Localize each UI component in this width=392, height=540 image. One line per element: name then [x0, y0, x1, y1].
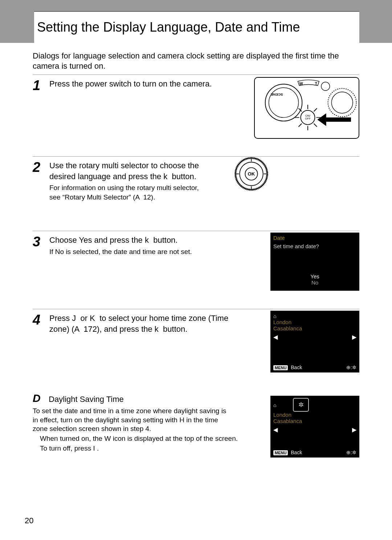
svg-point-20: [321, 82, 330, 90]
step-3-number: 3: [33, 235, 43, 249]
camera-top-illustration: SCENE ON/ OFF: [254, 77, 359, 139]
svg-point-2: [269, 88, 299, 117]
step-3-sub: If No is selected, the date and time are…: [49, 247, 231, 257]
page-title: Setting the Display Language, Date and T…: [34, 11, 359, 43]
lcd-date-no: No: [270, 279, 359, 286]
svg-text:W: W: [299, 81, 303, 86]
lcd-tz2-arrows: ◀ ▶: [273, 426, 356, 433]
content: Dialogs for language selection and camer…: [33, 47, 359, 522]
svg-text:OFF: OFF: [305, 117, 311, 120]
lcd-tz2-city2: Casablanca: [273, 418, 356, 424]
step-1-text: Press the power switch to turn on the ca…: [49, 79, 212, 88]
note-body: To set the date and time in a time zone …: [33, 407, 232, 434]
step-1-number: 1: [33, 78, 43, 92]
lcd-tz1-back: Back: [291, 364, 302, 370]
step-2: 2 Use the rotary multi selector to choos…: [33, 156, 359, 231]
lcd-timezone-screen: ⌂ London Casablanca ◀ ▶ MENU Back ⊕:✲: [270, 311, 359, 372]
ok-hint-icon: ⊕:✲: [346, 450, 356, 455]
daylight-saving-icon: ✲: [293, 398, 309, 412]
right-arrow-icon: ▶: [352, 334, 356, 340]
lcd-date-yes: Yes: [270, 273, 359, 279]
page-title-text: Setting the Display Language, Date and T…: [37, 20, 300, 35]
daylight-saving-note: D Daylight Saving Time To set the date a…: [33, 387, 359, 465]
lcd-tz1-arrows: ◀ ▶: [273, 334, 356, 340]
left-arrow-icon: ◀: [273, 426, 278, 433]
step-4: 4 Press J or K to select your home time …: [33, 309, 359, 387]
step-4-number: 4: [33, 313, 43, 327]
svg-point-17: [331, 92, 353, 113]
lcd-tz1-city1: London: [273, 319, 356, 325]
svg-text:SCENE: SCENE: [270, 93, 283, 97]
lcd-tz2-city1: London: [273, 412, 356, 418]
ok-hint-icon: ⊕:✲: [346, 364, 356, 370]
header-band: Setting the Display Language, Date and T…: [0, 0, 392, 43]
step-2-number: 2: [33, 160, 43, 174]
menu-pill: MENU: [273, 365, 288, 370]
page-number: 20: [25, 516, 33, 525]
note-sub2: To turn off, press I .: [33, 444, 247, 453]
home-icon: ⌂: [273, 402, 278, 407]
menu-pill: MENU: [273, 450, 288, 455]
step-3-text: Choose Yes and press the k button.: [49, 235, 177, 245]
lcd-date-title: Date: [273, 235, 356, 241]
step-2-sub: For information on using the rotary mult…: [49, 183, 202, 202]
step-2-text: Use the rotary multi selector to choose …: [49, 161, 199, 181]
svg-text:T: T: [315, 81, 317, 86]
lcd-tz2-back: Back: [291, 450, 302, 455]
intro-text: Dialogs for language selection and camer…: [33, 51, 359, 71]
lcd-date-prompt: Set time and date?: [273, 243, 356, 249]
lcd-tz1-city2: Casablanca: [273, 325, 356, 331]
left-arrow-icon: ◀: [273, 334, 278, 340]
note-marker: D: [33, 392, 46, 404]
step-4-text: Press J or K to select your home time zo…: [49, 314, 228, 334]
note-sub1: When turned on, the W icon is displayed …: [33, 434, 247, 443]
lcd-date-screen: Date Set time and date? Yes No: [270, 233, 359, 291]
home-icon: ⌂: [273, 313, 278, 318]
step-3: 3 Choose Yes and press the k button. If …: [33, 231, 359, 309]
lcd-timezone-dst-screen: ⌂ ✲ London Casablanca ◀ ▶ MENU Back ⊕:✲: [270, 396, 359, 458]
step-1: 1 Press the power switch to turn on the …: [33, 74, 359, 156]
svg-text:OK: OK: [248, 171, 255, 177]
note-title: Daylight Saving Time: [49, 395, 124, 404]
right-arrow-icon: ▶: [352, 426, 356, 433]
multi-selector-illustration: OK: [234, 157, 269, 191]
